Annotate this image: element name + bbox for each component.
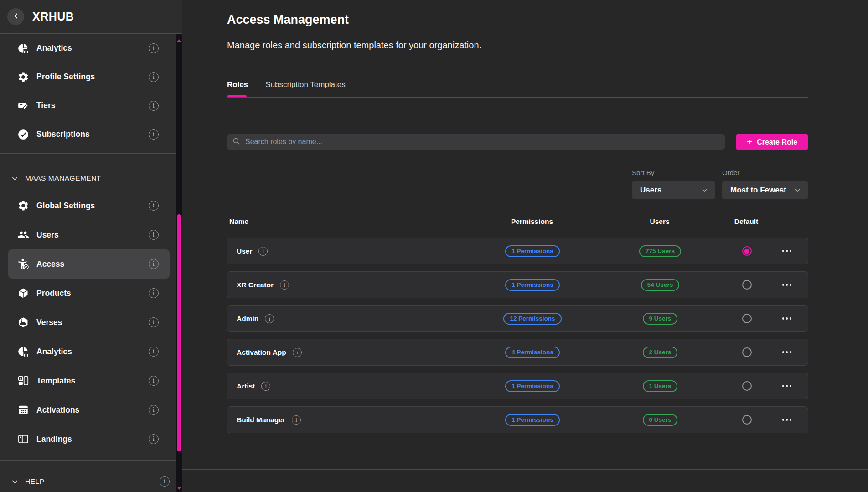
row-actions-menu[interactable] <box>780 382 794 390</box>
info-icon[interactable] <box>149 129 159 140</box>
scroll-down-arrow-icon[interactable] <box>177 487 181 490</box>
info-icon[interactable] <box>149 434 159 444</box>
sidebar-scrollbar[interactable] <box>176 34 182 492</box>
info-icon[interactable] <box>149 405 159 415</box>
access-icon <box>17 258 29 270</box>
sidebar-item-access[interactable]: Access <box>8 249 170 279</box>
sidebar-section-maas-management[interactable]: MAAS MANAGEMENT <box>11 166 170 191</box>
search-icon <box>232 137 241 147</box>
permissions-badge[interactable]: 1 Permissions <box>505 245 560 257</box>
info-icon[interactable] <box>292 415 301 425</box>
scroll-up-arrow-icon[interactable] <box>177 39 181 42</box>
info-icon[interactable] <box>149 259 159 269</box>
info-icon[interactable] <box>149 376 159 386</box>
info-icon[interactable] <box>149 347 159 357</box>
sidebar-item-landings[interactable]: Landings <box>8 425 170 454</box>
tab-subscription-templates[interactable]: Subscription Templates <box>265 80 345 89</box>
app-logo: XRHUB <box>32 10 74 23</box>
sidebar-divider <box>0 153 182 154</box>
check-circle-icon <box>17 129 29 140</box>
sidebar-item-subscriptions[interactable]: Subscriptions <box>8 120 170 149</box>
row-actions-menu[interactable] <box>780 281 794 289</box>
sidebar-nav-maas: Global Settings Users Access Products Ve… <box>0 191 182 454</box>
info-icon[interactable] <box>149 201 159 211</box>
sidebar-item-global-settings[interactable]: Global Settings <box>8 191 170 220</box>
info-icon[interactable] <box>258 247 268 256</box>
tab-roles[interactable]: Roles <box>227 80 248 89</box>
sidebar-item-products[interactable]: Products <box>8 279 170 308</box>
permissions-badge[interactable]: 1 Permissions <box>505 380 560 392</box>
table-row: Build Manager 1 Permissions 0 Users <box>227 406 808 433</box>
tabs-divider <box>227 97 808 98</box>
info-icon[interactable] <box>261 382 270 391</box>
info-icon[interactable] <box>149 43 159 53</box>
info-icon[interactable] <box>293 348 302 357</box>
info-icon[interactable] <box>149 288 159 298</box>
row-actions-menu[interactable] <box>780 247 794 255</box>
calendar-icon <box>17 404 29 416</box>
chevron-down-icon <box>793 186 801 194</box>
permissions-badge[interactable]: 1 Permissions <box>505 279 560 291</box>
page-subtitle: Manage roles and subscription templates … <box>227 40 481 51</box>
table-row: XR Creator 1 Permissions 54 Users <box>227 271 808 298</box>
landings-icon <box>17 433 29 445</box>
row-actions-menu[interactable] <box>780 315 794 322</box>
chevron-down-icon <box>11 478 19 486</box>
roles-table: User 1 Permissions 775 Users XR Creator … <box>227 238 808 433</box>
sidebar-item-profile-settings[interactable]: Profile Settings <box>8 62 170 91</box>
main-content: Access Management Manage roles and subsc… <box>182 0 868 492</box>
info-icon[interactable] <box>265 314 274 323</box>
role-name: XR Creator <box>237 281 274 289</box>
order-select[interactable]: Most to Fewest <box>722 181 808 199</box>
info-icon[interactable] <box>280 280 289 290</box>
users-badge: 1 Users <box>643 380 678 392</box>
table-row: User 1 Permissions 775 Users <box>227 238 808 264</box>
sort-by-select[interactable]: Users <box>632 181 715 199</box>
footer-divider <box>182 469 868 470</box>
page-title: Access Management <box>227 13 349 27</box>
sidebar-section-help[interactable]: HELP <box>11 469 170 492</box>
info-icon[interactable] <box>160 476 170 487</box>
gear-icon <box>17 200 29 212</box>
sidebar-item-analytics[interactable]: Analytics <box>8 34 170 62</box>
info-icon[interactable] <box>149 317 159 327</box>
default-radio[interactable] <box>742 415 752 425</box>
default-radio[interactable] <box>742 280 752 290</box>
app-window: XRHUB Analytics Profile Settings Tiers S… <box>0 0 868 492</box>
sidebar-item-activations[interactable]: Activations <box>8 395 170 425</box>
table-header: Name Permissions Users Default <box>227 218 808 226</box>
search-input[interactable] <box>245 138 719 146</box>
scrollbar-thumb[interactable] <box>177 214 181 451</box>
column-header-users: Users <box>591 218 728 226</box>
analytics-icon <box>17 42 29 54</box>
row-actions-menu[interactable] <box>780 348 794 356</box>
role-name: Activation App <box>237 348 286 357</box>
chevron-left-icon <box>12 12 20 22</box>
sidebar-item-verses[interactable]: Verses <box>8 308 170 337</box>
default-radio[interactable] <box>742 314 752 323</box>
section-label: MAAS MANAGEMENT <box>25 174 101 182</box>
sidebar-item-templates[interactable]: Templates <box>8 366 170 395</box>
role-name: Artist <box>237 382 255 390</box>
tab-bar: Roles Subscription Templates <box>227 80 346 89</box>
users-badge: 9 Users <box>643 313 678 325</box>
default-radio[interactable] <box>742 246 752 256</box>
create-role-button[interactable]: + Create Role <box>736 134 808 150</box>
info-icon[interactable] <box>149 101 159 111</box>
role-name: User <box>237 247 252 255</box>
permissions-badge[interactable]: 4 Permissions <box>505 347 560 358</box>
permissions-badge[interactable]: 1 Permissions <box>505 414 560 426</box>
row-actions-menu[interactable] <box>780 416 794 424</box>
role-name: Admin <box>237 315 258 323</box>
sidebar-item-analytics[interactable]: Analytics <box>8 337 170 366</box>
default-radio[interactable] <box>742 347 752 357</box>
sidebar-item-tiers[interactable]: Tiers <box>8 91 170 120</box>
info-icon[interactable] <box>149 72 159 82</box>
chevron-down-icon <box>11 175 19 182</box>
default-radio[interactable] <box>742 381 752 391</box>
collapse-sidebar-button[interactable] <box>7 8 24 25</box>
permissions-badge[interactable]: 12 Permissions <box>503 313 561 325</box>
sidebar-item-users[interactable]: Users <box>8 220 170 249</box>
info-icon[interactable] <box>149 230 159 240</box>
search-bar <box>227 134 725 150</box>
